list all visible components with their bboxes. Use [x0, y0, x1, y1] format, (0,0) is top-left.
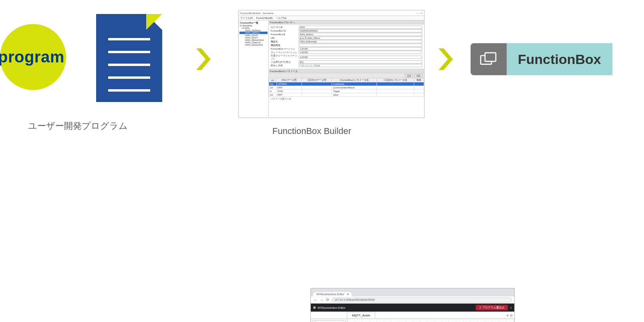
table-cell: [414, 93, 424, 97]
menu-help[interactable]: ヘルプ(H): [276, 16, 286, 20]
row-1: program ユーザー開発プログラム FunctionBoxBuilder -…: [0, 8, 644, 136]
builder-footer: パラメータ数 4 / 13: [269, 97, 424, 101]
canvas-tab[interactable]: MQTT_Azure: [347, 312, 375, 318]
menu-file[interactable]: ファイル(F): [240, 16, 253, 20]
browser-tab[interactable]: INTAconnection Editor ✕: [313, 292, 352, 296]
editor-title-text: INTAconnection Editor: [318, 306, 346, 309]
editor-header: ▦ INTAconnection Editor ⇩ プログラム書込み ≡: [311, 304, 514, 312]
program-write-button[interactable]: ⇩ プログラム書込み: [476, 305, 508, 310]
form-field: FunctionBox名AirKit_GetHum: [271, 33, 422, 36]
field-input[interactable]: jp.co.Xc.airkit_Gethum: [299, 36, 422, 40]
editor-canvas[interactable]: InitMemAllocateMemAllocateMQTT_BasicOpti…: [348, 319, 514, 322]
field-input[interactable]: 禁止: [299, 60, 422, 64]
field-input[interactable]: AirKit_GetHum: [299, 33, 422, 36]
table-row[interactable]: reqLSTRINGmodelname: [269, 82, 424, 86]
menu-icon[interactable]: ≡: [510, 306, 512, 309]
table-cell: LSTRING: [276, 82, 302, 86]
functionbox-left-icon: [471, 43, 507, 75]
table-cell: DINT: [276, 86, 302, 90]
table-cell: [377, 90, 414, 93]
close-icon[interactable]: ✕: [347, 293, 349, 296]
add-tab-icon[interactable]: +: [506, 313, 509, 318]
builder-params-title: FunctionBoxのパラメータ: [269, 69, 424, 73]
field-label: URI: [271, 37, 299, 39]
params-add-button[interactable]: 追加: [405, 74, 413, 77]
functionbox-block: FunctionBox: [471, 43, 621, 75]
browser-tabstrip: INTAconnection Editor ✕: [311, 288, 514, 296]
table-cell: value: [332, 93, 377, 97]
field-label: FunctionBox名: [271, 33, 299, 36]
field-label: フォーマットバージョン: [271, 51, 299, 54]
params-delete-button[interactable]: 削除: [415, 74, 423, 77]
builder-titlebar: FunctionBoxBuilder - SenseHat ― □ ✕: [239, 10, 424, 16]
deploy-icon: ⇩: [479, 306, 481, 309]
form-field: 互換フォーマットバージョン1.00.000: [271, 54, 422, 60]
table-header: CPLCデータ型: [276, 78, 302, 82]
field-input[interactable]: AirKit_GetHumidity: [299, 40, 422, 43]
editor-sidebar: 🔍 FunctionBoxを検索 ▾ SEP Basic ClassSet_Ti…: [311, 319, 348, 322]
document-lines: [108, 38, 150, 92]
table-row[interactable]: outDINTvalue: [269, 93, 424, 97]
field-input[interactable]: 1.00.000: [299, 47, 422, 50]
table-cell: [302, 90, 332, 93]
menu-functionbox[interactable]: FunctionBox(B): [256, 17, 273, 19]
field-label: FunctionBox ID: [271, 30, 299, 32]
address-text: 127.0.0.1:0/#flow/552c8ea5c29092: [334, 298, 375, 301]
reload-icon[interactable]: ⟳: [326, 298, 329, 302]
table-row[interactable]: outDINTCommunicationResult: [269, 86, 424, 90]
form-field: URIjp.co.Xc.airkit_Gethum: [271, 36, 422, 40]
chevron-right-icon: [196, 48, 211, 70]
table-cell: out: [269, 86, 277, 90]
field-label: 互換フォーマットバージョン: [271, 54, 299, 60]
program-icon: program: [0, 24, 72, 90]
table-cell: [377, 86, 414, 90]
form-field: 呼出し方式ラウンドトリップ方式: [271, 64, 422, 67]
row-2: FunctionBox INTAconnection Editor ✕ ← → …: [0, 144, 644, 316]
program-write-label: プログラム書込み: [482, 306, 505, 309]
field-input[interactable]: 1.00.000: [299, 51, 422, 54]
forward-icon[interactable]: →: [320, 298, 324, 302]
field-label: カテゴリ名: [271, 26, 299, 29]
table-header: FunctionBoxのパラメータ名: [332, 78, 377, 82]
form-field: フォーマットバージョン1.00.000: [271, 51, 422, 54]
field-input[interactable]: 0x00000012000001: [299, 29, 422, 32]
builder-tree[interactable]: FunctionBox一覧⊟ SenseHat ⊟ AirKitAirKit_G…: [239, 20, 269, 118]
field-input[interactable]: AirKit: [299, 26, 422, 29]
tab-list-icon[interactable]: ≡: [510, 313, 513, 318]
table-cell: out: [269, 93, 277, 97]
table-header: C言語I/Oパラメータ名: [377, 78, 414, 82]
table-cell: [377, 93, 414, 97]
canvas-tabbar: MQTT_Azure + ≡: [311, 312, 514, 319]
field-input[interactable]: [299, 44, 422, 47]
editor-title: ▦ INTAconnection Editor: [313, 306, 346, 309]
field-label: 機能概要: [271, 44, 299, 47]
app-icon: ▦: [313, 306, 316, 309]
tree-item[interactable]: AirKit_GetJoystick: [239, 44, 268, 46]
back-icon[interactable]: ←: [313, 298, 317, 302]
table-cell: [302, 93, 332, 97]
address-bar[interactable]: 127.0.0.1:0/#flow/552c8ea5c29092: [332, 298, 512, 302]
table-row[interactable]: inVOIDTrigger: [269, 90, 424, 93]
field-label: 機能名: [271, 40, 299, 43]
form-field: FunctionBoxバージョン1.00.000: [271, 47, 422, 50]
table-cell: CommunicationResult: [332, 86, 377, 90]
table-cell: DINT: [276, 93, 302, 97]
canvas-tab-label: MQTT_Azure: [352, 314, 370, 317]
window-controls[interactable]: ― □ ✕: [416, 12, 423, 14]
builder-menubar[interactable]: ファイル(F) FunctionBox(B) ヘルプ(H): [239, 16, 424, 20]
table-cell: [414, 86, 424, 90]
browser-addressbar-row: ← → ⟳ 127.0.0.1:0/#flow/552c8ea5c29092: [311, 296, 514, 304]
browser-tab-label: INTAconnection Editor: [316, 293, 344, 296]
builder-title: FunctionBoxBuilder - SenseHat: [240, 12, 274, 14]
builder-prop-title: FunctionBoxプロパティ: [269, 20, 424, 24]
intaconnection-editor-window: INTAconnection Editor ✕ ← → ⟳ 127.0.0.1:…: [310, 288, 515, 322]
table-header: I/O: [269, 78, 277, 82]
sidebar-search[interactable]: 🔍 FunctionBoxを検索: [312, 320, 346, 322]
table-cell: [414, 82, 424, 86]
caption-user-program: ユーザー開発プログラム: [28, 120, 128, 132]
caption-builder: FunctionBox Builder: [272, 126, 351, 136]
functionbox-label: FunctionBox: [507, 43, 612, 75]
chevron-right-icon: [439, 48, 453, 70]
field-input[interactable]: ラウンドトリップ方式: [299, 64, 422, 67]
field-input[interactable]: 1.00.000: [299, 56, 422, 59]
